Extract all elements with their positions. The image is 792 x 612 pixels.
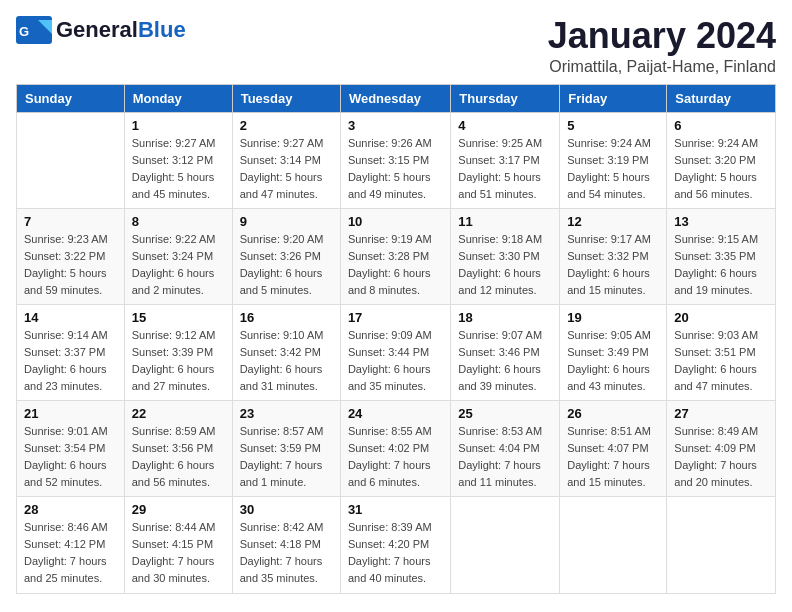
calendar-cell: 25Sunrise: 8:53 AM Sunset: 4:04 PM Dayli… <box>451 401 560 497</box>
calendar-cell: 5Sunrise: 9:24 AM Sunset: 3:19 PM Daylig… <box>560 112 667 208</box>
calendar-cell: 28Sunrise: 8:46 AM Sunset: 4:12 PM Dayli… <box>17 497 125 593</box>
day-number: 31 <box>348 502 443 517</box>
calendar-cell: 29Sunrise: 8:44 AM Sunset: 4:15 PM Dayli… <box>124 497 232 593</box>
logo-text-general: General <box>56 17 138 42</box>
calendar-cell: 16Sunrise: 9:10 AM Sunset: 3:42 PM Dayli… <box>232 304 340 400</box>
day-info: Sunrise: 9:19 AM Sunset: 3:28 PM Dayligh… <box>348 231 443 299</box>
day-number: 27 <box>674 406 768 421</box>
day-of-week-friday: Friday <box>560 84 667 112</box>
calendar-cell: 23Sunrise: 8:57 AM Sunset: 3:59 PM Dayli… <box>232 401 340 497</box>
day-info: Sunrise: 9:27 AM Sunset: 3:12 PM Dayligh… <box>132 135 225 203</box>
day-of-week-monday: Monday <box>124 84 232 112</box>
day-number: 28 <box>24 502 117 517</box>
day-info: Sunrise: 8:42 AM Sunset: 4:18 PM Dayligh… <box>240 519 333 587</box>
day-info: Sunrise: 9:22 AM Sunset: 3:24 PM Dayligh… <box>132 231 225 299</box>
day-number: 30 <box>240 502 333 517</box>
calendar-cell: 2Sunrise: 9:27 AM Sunset: 3:14 PM Daylig… <box>232 112 340 208</box>
day-number: 1 <box>132 118 225 133</box>
day-number: 13 <box>674 214 768 229</box>
calendar-header-row: SundayMondayTuesdayWednesdayThursdayFrid… <box>17 84 776 112</box>
day-info: Sunrise: 9:24 AM Sunset: 3:20 PM Dayligh… <box>674 135 768 203</box>
day-info: Sunrise: 8:59 AM Sunset: 3:56 PM Dayligh… <box>132 423 225 491</box>
day-info: Sunrise: 9:17 AM Sunset: 3:32 PM Dayligh… <box>567 231 659 299</box>
day-number: 20 <box>674 310 768 325</box>
calendar-cell: 24Sunrise: 8:55 AM Sunset: 4:02 PM Dayli… <box>340 401 450 497</box>
title-section: January 2024 Orimattila, Paijat-Hame, Fi… <box>548 16 776 76</box>
calendar-cell: 13Sunrise: 9:15 AM Sunset: 3:35 PM Dayli… <box>667 208 776 304</box>
day-number: 18 <box>458 310 552 325</box>
day-number: 22 <box>132 406 225 421</box>
day-info: Sunrise: 9:20 AM Sunset: 3:26 PM Dayligh… <box>240 231 333 299</box>
day-info: Sunrise: 8:46 AM Sunset: 4:12 PM Dayligh… <box>24 519 117 587</box>
day-info: Sunrise: 8:51 AM Sunset: 4:07 PM Dayligh… <box>567 423 659 491</box>
day-info: Sunrise: 9:15 AM Sunset: 3:35 PM Dayligh… <box>674 231 768 299</box>
day-number: 23 <box>240 406 333 421</box>
day-number: 5 <box>567 118 659 133</box>
day-info: Sunrise: 9:09 AM Sunset: 3:44 PM Dayligh… <box>348 327 443 395</box>
day-of-week-tuesday: Tuesday <box>232 84 340 112</box>
day-of-week-sunday: Sunday <box>17 84 125 112</box>
calendar-cell: 27Sunrise: 8:49 AM Sunset: 4:09 PM Dayli… <box>667 401 776 497</box>
calendar-cell: 9Sunrise: 9:20 AM Sunset: 3:26 PM Daylig… <box>232 208 340 304</box>
calendar-cell: 30Sunrise: 8:42 AM Sunset: 4:18 PM Dayli… <box>232 497 340 593</box>
day-number: 11 <box>458 214 552 229</box>
calendar-cell: 7Sunrise: 9:23 AM Sunset: 3:22 PM Daylig… <box>17 208 125 304</box>
calendar-cell: 20Sunrise: 9:03 AM Sunset: 3:51 PM Dayli… <box>667 304 776 400</box>
day-number: 6 <box>674 118 768 133</box>
day-info: Sunrise: 9:01 AM Sunset: 3:54 PM Dayligh… <box>24 423 117 491</box>
day-of-week-wednesday: Wednesday <box>340 84 450 112</box>
day-info: Sunrise: 8:39 AM Sunset: 4:20 PM Dayligh… <box>348 519 443 587</box>
day-number: 12 <box>567 214 659 229</box>
calendar-cell: 31Sunrise: 8:39 AM Sunset: 4:20 PM Dayli… <box>340 497 450 593</box>
day-info: Sunrise: 9:12 AM Sunset: 3:39 PM Dayligh… <box>132 327 225 395</box>
calendar-cell <box>451 497 560 593</box>
day-info: Sunrise: 9:03 AM Sunset: 3:51 PM Dayligh… <box>674 327 768 395</box>
day-number: 4 <box>458 118 552 133</box>
day-info: Sunrise: 8:49 AM Sunset: 4:09 PM Dayligh… <box>674 423 768 491</box>
day-info: Sunrise: 8:55 AM Sunset: 4:02 PM Dayligh… <box>348 423 443 491</box>
day-info: Sunrise: 9:14 AM Sunset: 3:37 PM Dayligh… <box>24 327 117 395</box>
day-number: 8 <box>132 214 225 229</box>
calendar-cell: 6Sunrise: 9:24 AM Sunset: 3:20 PM Daylig… <box>667 112 776 208</box>
day-info: Sunrise: 9:27 AM Sunset: 3:14 PM Dayligh… <box>240 135 333 203</box>
day-info: Sunrise: 9:18 AM Sunset: 3:30 PM Dayligh… <box>458 231 552 299</box>
page-header: G GeneralBlue January 2024 Orimattila, P… <box>16 16 776 76</box>
day-number: 25 <box>458 406 552 421</box>
calendar-week-row: 28Sunrise: 8:46 AM Sunset: 4:12 PM Dayli… <box>17 497 776 593</box>
day-info: Sunrise: 9:26 AM Sunset: 3:15 PM Dayligh… <box>348 135 443 203</box>
logo: G GeneralBlue <box>16 16 186 44</box>
day-of-week-saturday: Saturday <box>667 84 776 112</box>
calendar-cell: 11Sunrise: 9:18 AM Sunset: 3:30 PM Dayli… <box>451 208 560 304</box>
day-number: 3 <box>348 118 443 133</box>
calendar-week-row: 1Sunrise: 9:27 AM Sunset: 3:12 PM Daylig… <box>17 112 776 208</box>
calendar-cell <box>560 497 667 593</box>
day-info: Sunrise: 9:24 AM Sunset: 3:19 PM Dayligh… <box>567 135 659 203</box>
calendar-cell: 10Sunrise: 9:19 AM Sunset: 3:28 PM Dayli… <box>340 208 450 304</box>
calendar-week-row: 7Sunrise: 9:23 AM Sunset: 3:22 PM Daylig… <box>17 208 776 304</box>
day-number: 17 <box>348 310 443 325</box>
calendar-cell: 12Sunrise: 9:17 AM Sunset: 3:32 PM Dayli… <box>560 208 667 304</box>
day-info: Sunrise: 9:07 AM Sunset: 3:46 PM Dayligh… <box>458 327 552 395</box>
logo-icon: G <box>16 16 52 44</box>
logo-text-blue: Blue <box>138 17 186 42</box>
calendar-cell: 22Sunrise: 8:59 AM Sunset: 3:56 PM Dayli… <box>124 401 232 497</box>
calendar-cell: 1Sunrise: 9:27 AM Sunset: 3:12 PM Daylig… <box>124 112 232 208</box>
location-text: Orimattila, Paijat-Hame, Finland <box>548 58 776 76</box>
day-info: Sunrise: 9:25 AM Sunset: 3:17 PM Dayligh… <box>458 135 552 203</box>
calendar-cell: 18Sunrise: 9:07 AM Sunset: 3:46 PM Dayli… <box>451 304 560 400</box>
svg-text:G: G <box>19 24 29 39</box>
calendar-cell: 8Sunrise: 9:22 AM Sunset: 3:24 PM Daylig… <box>124 208 232 304</box>
day-info: Sunrise: 9:23 AM Sunset: 3:22 PM Dayligh… <box>24 231 117 299</box>
calendar-cell: 19Sunrise: 9:05 AM Sunset: 3:49 PM Dayli… <box>560 304 667 400</box>
day-info: Sunrise: 9:10 AM Sunset: 3:42 PM Dayligh… <box>240 327 333 395</box>
calendar-cell: 17Sunrise: 9:09 AM Sunset: 3:44 PM Dayli… <box>340 304 450 400</box>
calendar-cell: 14Sunrise: 9:14 AM Sunset: 3:37 PM Dayli… <box>17 304 125 400</box>
day-of-week-thursday: Thursday <box>451 84 560 112</box>
day-number: 16 <box>240 310 333 325</box>
day-info: Sunrise: 8:57 AM Sunset: 3:59 PM Dayligh… <box>240 423 333 491</box>
day-number: 14 <box>24 310 117 325</box>
calendar-cell: 3Sunrise: 9:26 AM Sunset: 3:15 PM Daylig… <box>340 112 450 208</box>
calendar-cell: 4Sunrise: 9:25 AM Sunset: 3:17 PM Daylig… <box>451 112 560 208</box>
day-number: 7 <box>24 214 117 229</box>
calendar-cell: 21Sunrise: 9:01 AM Sunset: 3:54 PM Dayli… <box>17 401 125 497</box>
